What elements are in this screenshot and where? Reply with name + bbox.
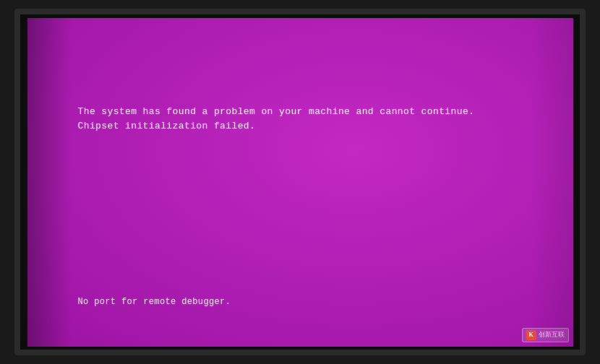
watermark-icon: K bbox=[526, 330, 536, 340]
error-text-area: The system has found a problem on your m… bbox=[78, 105, 544, 135]
monitor-frame: The system has found a problem on your m… bbox=[14, 9, 586, 355]
bottom-text-area: No port for remote debugger. bbox=[78, 297, 231, 307]
error-screen: The system has found a problem on your m… bbox=[27, 18, 573, 347]
watermark: K 创新互联 bbox=[522, 328, 569, 342]
error-line-1: The system has found a problem on your m… bbox=[78, 105, 544, 120]
watermark-text: 创新互联 bbox=[539, 330, 565, 339]
debug-line: No port for remote debugger. bbox=[78, 297, 231, 307]
error-line-2: Chipset initialization failed. bbox=[78, 119, 544, 134]
